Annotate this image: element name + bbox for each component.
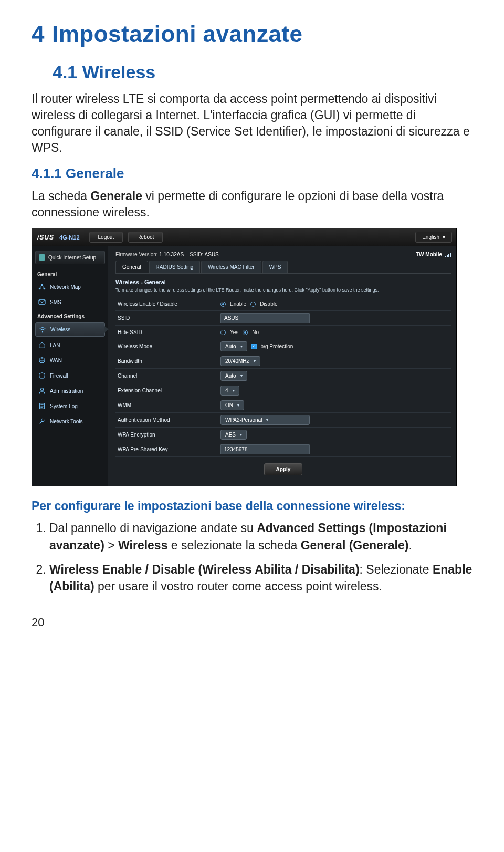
model-label: 4G-N12 [59,234,89,241]
language-selector[interactable]: English ▾ [415,232,452,243]
qis-icon [39,254,45,261]
operator-indicator: TW Mobile [416,252,451,257]
chevron-down-icon: ▾ [266,418,268,422]
row-extension-channel: Extension Channel 4▾ [116,383,451,398]
chevron-down-icon: ▾ [240,373,243,378]
user-icon [38,387,46,394]
chevron-down-icon: ▾ [233,388,235,393]
ext-channel-select[interactable]: 4▾ [220,386,239,396]
brand-logo: /SUS [32,234,59,241]
row-channel: Channel Auto▾ [116,369,451,383]
sidebar-item-network-map[interactable]: Network Map [35,280,105,294]
sidebar-item-sms[interactable]: SMS [35,295,105,309]
subsection-intro: La scheda Generale vi permette di config… [32,188,472,221]
chapter-number: 4 [32,21,45,47]
bandwidth-select[interactable]: 20/40MHz▾ [220,356,260,366]
step-1: Dal pannello di navigazione andate su Ad… [49,519,472,553]
page-number: 20 [32,616,472,629]
row-wpa-psk: WPA Pre-Shared Key [116,442,451,457]
apply-button[interactable]: Apply [264,463,303,475]
chapter-title: 4Impostazioni avanzate [32,21,472,47]
tab-radius[interactable]: RADIUS Setting [149,261,201,273]
radio-disable[interactable] [250,302,256,307]
section-intro: Il router wireless LTE si comporta da ac… [32,91,472,156]
sidebar-section-general: General [34,268,106,278]
firmware-info: Firmware Version: 1.10.32AS SSID: ASUS [116,252,219,257]
sidebar-item-quick-internet-setup[interactable]: Quick Internet Setup [35,251,105,264]
settings-table: Wireless Enable / Disable Enable Disable… [116,297,451,457]
sidebar-item-lan[interactable]: LAN [35,338,105,352]
row-hide-ssid: Hide SSID Yes No [116,326,451,339]
svg-point-6 [40,388,43,391]
steps-heading: Per configurare le impostazioni base del… [32,498,472,514]
svg-rect-3 [39,300,45,305]
home-icon [38,341,46,349]
auth-method-select[interactable]: WPA2-Personal▾ [220,415,310,425]
section-title: 4.1 Wireless [52,62,472,82]
tools-icon [38,418,46,425]
step-2: Wireless Enable / Disable (Wireless Abil… [49,561,472,595]
row-bandwidth: Bandwidth 20/40MHz▾ [116,354,451,369]
radio-hide-yes[interactable] [220,330,226,335]
row-ssid: SSID [116,311,451,326]
sidebar-item-wan[interactable]: WAN [35,354,105,367]
tab-bar: General RADIUS Setting Wireless MAC Filt… [116,261,451,274]
sidebar-item-system-log[interactable]: System Log [35,399,105,413]
sidebar-item-administration[interactable]: Administration [35,384,105,398]
panel-description: To make changes to the wireless settings… [116,287,451,297]
log-icon [38,402,46,410]
psk-input[interactable] [220,444,310,454]
steps-list: Dal pannello di navigazione andate su Ad… [32,519,472,595]
tab-wps[interactable]: WPS [262,261,288,273]
router-main-panel: Firmware Version: 1.10.32AS SSID: ASUS T… [108,246,456,486]
panel-title: Wireless - General [116,274,451,287]
sidebar-item-wireless[interactable]: Wireless [35,322,105,337]
radio-enable[interactable] [220,302,226,307]
router-admin-screenshot: /SUS 4G-N12 Logout Reboot English ▾ Quic… [32,228,457,486]
chapter-text: Impostazioni avanzate [52,21,303,47]
envelope-icon [38,298,46,306]
chevron-down-icon: ▾ [254,359,256,363]
sidebar: Quick Internet Setup General Network Map… [32,246,108,486]
signal-icon [445,252,451,257]
row-wpa-encryption: WPA Encryption AES▾ [116,428,451,442]
bg-protection-checkbox[interactable] [251,344,257,349]
logout-button[interactable]: Logout [89,232,123,243]
tab-mac-filter[interactable]: Wireless MAC Filter [201,261,261,273]
wifi-icon [39,326,46,333]
row-wmm: WMM ON▾ [116,398,451,413]
shield-icon [38,372,46,379]
wmm-select[interactable]: ON▾ [220,400,244,410]
svg-point-4 [42,331,43,333]
channel-select[interactable]: Auto▾ [220,371,247,381]
subsection-title: 4.1.1 Generale [32,165,472,182]
chevron-down-icon: ▾ [443,234,445,240]
row-wireless-mode: Wireless Mode Auto▾ b/g Protection [116,339,451,354]
chevron-down-icon: ▾ [240,432,242,437]
network-icon [38,283,46,290]
radio-hide-no[interactable] [243,330,248,335]
row-auth-method: Authentication Method WPA2-Personal▾ [116,413,451,428]
chevron-down-icon: ▾ [240,344,243,349]
reboot-button[interactable]: Reboot [128,232,163,243]
ssid-input[interactable] [220,313,310,323]
tab-general[interactable]: General [116,261,148,273]
sidebar-section-advanced: Advanced Settings [34,310,106,320]
globe-icon [38,357,46,364]
wireless-mode-select[interactable]: Auto▾ [220,341,247,351]
chevron-down-icon: ▾ [237,403,239,408]
sidebar-item-firewall[interactable]: Firewall [35,369,105,382]
router-topbar: /SUS 4G-N12 Logout Reboot English ▾ [32,228,456,246]
row-wireless-enable: Wireless Enable / Disable Enable Disable [116,297,451,311]
sidebar-item-network-tools[interactable]: Network Tools [35,414,105,428]
wpa-enc-select[interactable]: AES▾ [220,430,247,440]
